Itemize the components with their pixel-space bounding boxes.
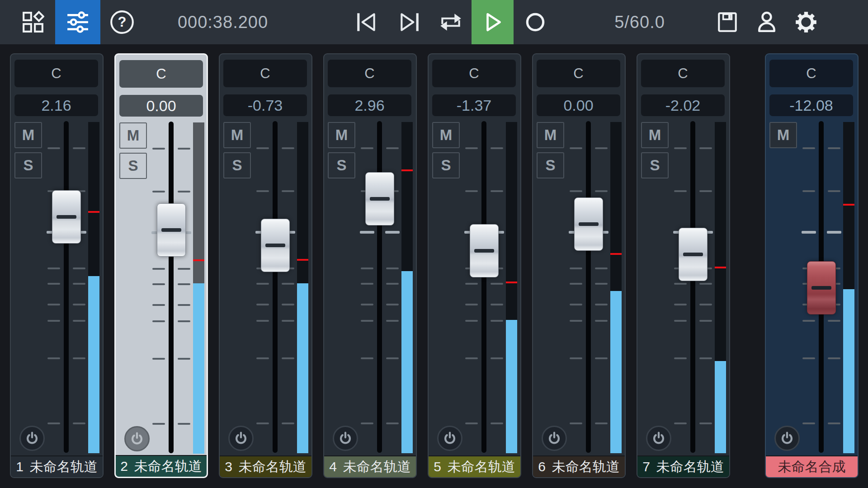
track-number: 6 xyxy=(538,459,546,474)
fader-knob[interactable] xyxy=(157,203,186,257)
fader-tick xyxy=(361,283,373,285)
level-meter xyxy=(297,122,308,453)
track-label[interactable]: 2未命名轨道 xyxy=(116,455,207,477)
solo-button[interactable]: S xyxy=(641,152,669,178)
fader-knob[interactable] xyxy=(52,190,81,244)
channel-power-button[interactable] xyxy=(228,426,254,451)
fader-tick xyxy=(699,422,712,424)
mute-button[interactable]: M xyxy=(641,122,669,148)
fader-tick xyxy=(256,283,269,285)
gain-value-display[interactable]: -0.73 xyxy=(223,94,307,116)
settings-button[interactable] xyxy=(793,0,819,44)
loop-button[interactable] xyxy=(437,0,465,44)
gain-value-display[interactable]: 0.00 xyxy=(537,94,620,116)
gain-value-display[interactable]: 2.96 xyxy=(328,94,411,116)
fader-track[interactable] xyxy=(169,122,174,453)
user-icon xyxy=(755,10,778,34)
channel-power-button[interactable] xyxy=(437,426,462,451)
track-label[interactable]: 6未命名轨道 xyxy=(533,455,625,477)
fader-tick xyxy=(256,357,269,359)
gain-value-display[interactable]: -12.08 xyxy=(769,94,853,116)
track-label[interactable]: 5未命名轨道 xyxy=(429,455,520,477)
solo-button[interactable]: S xyxy=(328,152,355,178)
record-button[interactable] xyxy=(523,0,548,44)
clip-indicator xyxy=(506,282,517,283)
save-button[interactable] xyxy=(714,0,741,44)
fader-track[interactable] xyxy=(586,121,591,453)
channel-strip-2: C0.00MS2未命名轨道 xyxy=(114,53,208,478)
mute-button[interactable]: M xyxy=(328,122,355,148)
channel-power-button[interactable] xyxy=(646,426,671,451)
fader-track[interactable] xyxy=(377,121,382,453)
layout-tab-button[interactable] xyxy=(18,0,48,44)
fader-knob-line xyxy=(811,286,831,290)
track-label[interactable]: 7未命名轨道 xyxy=(637,455,729,477)
pan-button[interactable]: C xyxy=(432,60,516,87)
tempo-display[interactable]: 5/60.0 xyxy=(610,0,669,44)
pan-button[interactable]: C xyxy=(223,60,307,87)
fader-tick xyxy=(361,320,373,322)
solo-button[interactable]: S xyxy=(119,153,147,179)
gain-value-display[interactable]: 2.16 xyxy=(14,94,98,116)
fader-tick xyxy=(828,190,840,192)
pan-button[interactable]: C xyxy=(537,60,620,87)
track-label[interactable]: 3未命名轨道 xyxy=(220,455,311,477)
pan-button[interactable]: C xyxy=(641,60,725,87)
record-icon xyxy=(524,10,547,34)
fader-track[interactable] xyxy=(64,121,69,453)
channel-power-button[interactable] xyxy=(124,426,150,451)
play-button[interactable] xyxy=(472,0,514,44)
solo-button[interactable]: S xyxy=(432,152,460,178)
fader-track[interactable] xyxy=(690,121,695,453)
solo-button[interactable]: S xyxy=(223,152,251,178)
channel-strip-6: C0.00MS6未命名轨道 xyxy=(532,53,626,478)
gain-value-display[interactable]: 0.00 xyxy=(119,95,203,117)
fader-tick xyxy=(256,304,269,305)
mute-button[interactable]: M xyxy=(119,122,147,149)
fader-tick xyxy=(386,147,399,149)
fader-knob[interactable] xyxy=(679,228,708,281)
mixer-tab-button[interactable] xyxy=(55,0,100,44)
fader-knob[interactable] xyxy=(574,197,603,251)
pan-button[interactable]: C xyxy=(769,60,853,87)
skip-to-start-button[interactable] xyxy=(354,0,379,44)
solo-button[interactable]: S xyxy=(14,152,42,178)
gain-value-display[interactable]: -2.02 xyxy=(641,94,725,116)
pan-button[interactable]: C xyxy=(328,60,411,87)
mute-button[interactable]: M xyxy=(537,122,564,148)
fader-tick xyxy=(699,283,712,285)
time-display[interactable]: 000:38.200 xyxy=(175,0,270,44)
fader-knob[interactable] xyxy=(470,224,499,277)
solo-button[interactable]: S xyxy=(537,152,564,178)
skip-to-end-button[interactable] xyxy=(396,0,422,44)
channel-power-button[interactable] xyxy=(19,426,45,451)
fader-knob[interactable] xyxy=(261,219,290,272)
channel-power-button[interactable] xyxy=(774,426,800,451)
fader-tick xyxy=(152,268,165,270)
track-label[interactable]: 4未命名轨道 xyxy=(324,455,416,477)
fader-track[interactable] xyxy=(273,121,278,453)
channel-power-button[interactable] xyxy=(542,426,567,451)
mute-button[interactable]: M xyxy=(223,122,251,148)
pan-button[interactable]: C xyxy=(119,60,203,88)
skip-start-icon xyxy=(355,10,378,34)
channel-power-button[interactable] xyxy=(333,426,358,451)
fader-knob[interactable] xyxy=(807,261,836,314)
track-label[interactable]: 未命名合成 xyxy=(766,455,858,477)
mute-button[interactable]: M xyxy=(14,122,42,148)
channel-strip-3: C-0.73MS3未命名轨道 xyxy=(219,53,312,478)
fader-tick xyxy=(570,357,582,359)
fader-track[interactable] xyxy=(481,121,486,453)
fader-tick xyxy=(802,320,815,322)
top-toolbar: ? 000:38.200 5/60.0 xyxy=(0,0,868,44)
mute-button[interactable]: M xyxy=(769,122,797,148)
pan-button[interactable]: C xyxy=(14,60,98,87)
gain-value-display[interactable]: -1.37 xyxy=(432,94,516,116)
fader-tick xyxy=(595,267,608,269)
fader-knob[interactable] xyxy=(365,172,394,225)
user-account-button[interactable] xyxy=(754,0,779,44)
fader-tick xyxy=(465,190,478,192)
track-label[interactable]: 1未命名轨道 xyxy=(11,455,103,477)
help-button[interactable]: ? xyxy=(108,0,136,44)
mute-button[interactable]: M xyxy=(432,122,460,148)
